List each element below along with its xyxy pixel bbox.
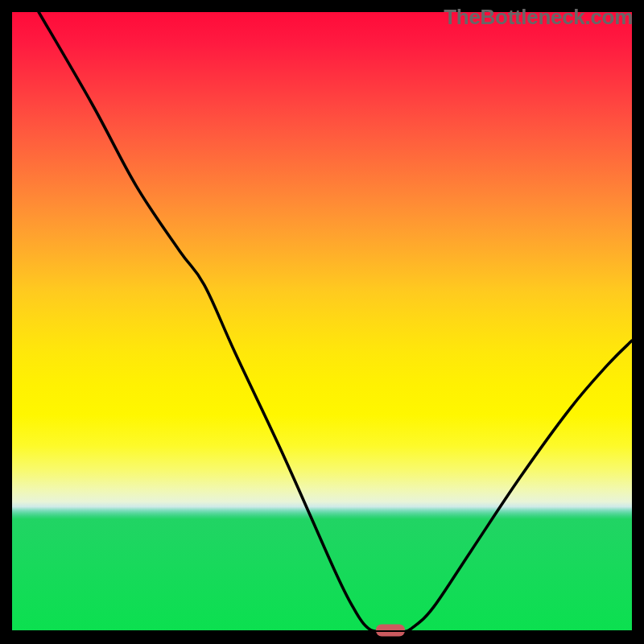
bottleneck-chart: TheBottleneck.com: [0, 0, 644, 644]
bottleneck-curve: [12, 12, 632, 632]
plot-area: [12, 12, 632, 632]
watermark-label: TheBottleneck.com: [444, 5, 633, 30]
baseline: [12, 630, 632, 632]
